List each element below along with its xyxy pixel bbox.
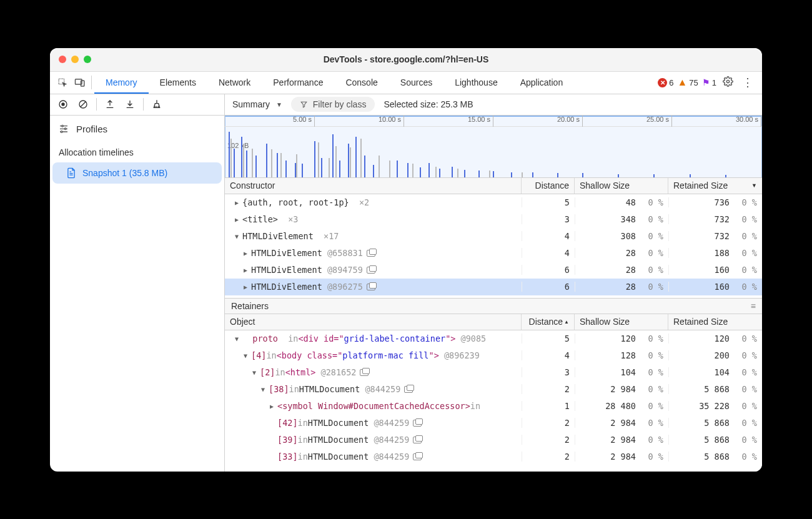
tab-elements[interactable]: Elements bbox=[149, 71, 207, 94]
open-element-icon[interactable] bbox=[413, 453, 422, 460]
open-element-icon[interactable] bbox=[404, 386, 413, 393]
table-row[interactable]: [33] in HTMLDocument @84425922 9840 %5 8… bbox=[225, 448, 762, 465]
table-row[interactable]: ▶<title> ×333480 %7320 % bbox=[225, 211, 762, 228]
main-area: Profiles Allocation timelines Snapshot 1… bbox=[50, 94, 762, 472]
svg-point-13 bbox=[61, 131, 62, 132]
expand-arrow-icon[interactable] bbox=[269, 453, 275, 460]
filter-input[interactable]: Filter by class bbox=[291, 97, 375, 112]
snapshot-file-icon bbox=[66, 167, 76, 179]
retainers-columns: Object Distance▲ Shallow Size Retained S… bbox=[225, 314, 762, 330]
expand-arrow-icon[interactable] bbox=[269, 420, 275, 427]
device-toolbar-icon[interactable] bbox=[71, 74, 89, 91]
open-element-icon[interactable] bbox=[367, 284, 375, 290]
minimize-window-button[interactable] bbox=[71, 56, 79, 63]
open-element-icon[interactable] bbox=[413, 420, 422, 427]
data-tables: Constructor Distance Shallow Size Retain… bbox=[225, 178, 762, 472]
expand-arrow-icon[interactable]: ▼ bbox=[260, 386, 266, 393]
download-icon[interactable] bbox=[122, 96, 138, 112]
warning-icon: ▲ bbox=[677, 77, 687, 88]
table-row[interactable]: ▼HTMLDivElement ×1743080 %7320 % bbox=[225, 228, 762, 245]
col-retained-size[interactable]: Retained Size▼ bbox=[668, 178, 762, 194]
col-retained-2[interactable]: Retained Size bbox=[668, 314, 762, 330]
expand-arrow-icon[interactable]: ▶ bbox=[242, 284, 249, 290]
sliders-icon bbox=[59, 123, 69, 135]
retainers-menu-icon[interactable]: ≡ bbox=[751, 301, 756, 311]
expand-arrow-icon[interactable]: ▶ bbox=[234, 199, 240, 206]
selected-size-label: Selected size: 25.3 MB bbox=[384, 99, 473, 109]
svg-point-9 bbox=[62, 125, 64, 127]
col-shallow-size[interactable]: Shallow Size bbox=[575, 178, 668, 194]
table-row[interactable]: ▶{auth, root, root-1p} ×25480 %7360 % bbox=[225, 194, 762, 211]
expand-arrow-icon[interactable]: ▼ bbox=[234, 335, 240, 342]
main-tabstrip: Memory Elements Network Performance Cons… bbox=[50, 72, 762, 94]
sort-asc-icon: ▲ bbox=[564, 319, 569, 325]
snapshot-label: Snapshot 1 (35.8 MB) bbox=[82, 168, 167, 178]
open-element-icon[interactable] bbox=[413, 437, 422, 443]
table-row[interactable]: ▶HTMLDivElement @8962756280 %1600 % bbox=[225, 279, 762, 295]
table-row[interactable]: [39] in HTMLDocument @84425922 9840 %5 8… bbox=[225, 432, 762, 448]
tabstrip-right: ✕ 6 ▲ 75 ⚑ 1 ⋮ bbox=[658, 76, 758, 89]
expand-arrow-icon[interactable]: ▶ bbox=[269, 403, 275, 410]
profiles-label: Profiles bbox=[76, 124, 107, 134]
tab-memory[interactable]: Memory bbox=[94, 71, 149, 94]
tab-lighthouse[interactable]: Lighthouse bbox=[443, 71, 509, 94]
col-distance[interactable]: Distance bbox=[522, 178, 575, 194]
col-constructor[interactable]: Constructor bbox=[225, 178, 522, 194]
issue-count[interactable]: ⚑ 1 bbox=[702, 77, 716, 87]
settings-icon[interactable] bbox=[720, 76, 736, 89]
tab-application[interactable]: Application bbox=[509, 71, 575, 94]
tab-console[interactable]: Console bbox=[334, 71, 389, 94]
timeline-bars bbox=[225, 127, 762, 177]
table-row[interactable]: ▼[2] in <html> @28165231040 %1040 % bbox=[225, 364, 762, 381]
window-title: DevTools - store.google.com/?hl=en-US bbox=[50, 54, 762, 64]
col-shallow-2[interactable]: Shallow Size bbox=[575, 314, 668, 330]
warning-count[interactable]: ▲ 75 bbox=[677, 77, 698, 88]
tab-network[interactable]: Network bbox=[207, 71, 262, 94]
table-row[interactable]: ▶HTMLDivElement @8947596280 %1600 % bbox=[225, 262, 762, 279]
open-element-icon[interactable] bbox=[367, 250, 375, 257]
more-menu-icon[interactable]: ⋮ bbox=[740, 76, 756, 89]
content-toolbar: Summary ▼ Filter by class Selected size:… bbox=[225, 94, 762, 116]
col-object[interactable]: Object bbox=[225, 314, 522, 330]
view-dropdown[interactable]: Summary ▼ bbox=[232, 99, 282, 109]
tab-sources[interactable]: Sources bbox=[389, 71, 443, 94]
record-button[interactable] bbox=[55, 96, 71, 112]
error-icon: ✕ bbox=[658, 78, 667, 87]
fullscreen-window-button[interactable] bbox=[84, 56, 91, 63]
close-window-button[interactable] bbox=[59, 56, 66, 63]
expand-arrow-icon[interactable]: ▼ bbox=[234, 233, 240, 240]
table-row[interactable]: ▶HTMLDivElement @6588314280 %1880 % bbox=[225, 245, 762, 262]
retainers-grid[interactable]: ▼__proto__ in <div id="grid-label-contai… bbox=[225, 330, 762, 472]
table-row[interactable]: ▶<symbol Window#DocumentCachedAccessor> … bbox=[225, 398, 762, 415]
table-row[interactable]: ▼[38] in HTMLDocument @84425922 9840 %5 … bbox=[225, 381, 762, 398]
clear-button[interactable] bbox=[75, 96, 91, 112]
expand-arrow-icon[interactable]: ▶ bbox=[242, 267, 249, 274]
snapshot-item[interactable]: Snapshot 1 (35.8 MB) bbox=[52, 162, 222, 184]
expand-arrow-icon[interactable]: ▼ bbox=[242, 352, 249, 359]
allocation-timeline-chart[interactable]: 5.00 s10.00 s15.00 s20.00 s25.00 s30.00 … bbox=[225, 116, 762, 178]
table-row[interactable]: ▼__proto__ in <div id="grid-label-contai… bbox=[225, 330, 762, 347]
expand-arrow-icon[interactable] bbox=[269, 437, 275, 443]
timeline-ruler: 5.00 s10.00 s15.00 s20.00 s25.00 s30.00 … bbox=[225, 116, 762, 127]
sidebar: Profiles Allocation timelines Snapshot 1… bbox=[50, 94, 225, 472]
open-element-icon[interactable] bbox=[360, 369, 369, 376]
expand-arrow-icon[interactable]: ▼ bbox=[251, 369, 257, 376]
error-count[interactable]: ✕ 6 bbox=[658, 78, 673, 87]
filter-icon bbox=[300, 101, 308, 109]
constructor-header: Constructor Distance Shallow Size Retain… bbox=[225, 178, 762, 194]
panel-tabs: Memory Elements Network Performance Cons… bbox=[94, 71, 574, 94]
col-distance-2[interactable]: Distance▲ bbox=[522, 314, 575, 330]
expand-arrow-icon[interactable]: ▶ bbox=[242, 250, 249, 257]
retainers-title: Retainers bbox=[231, 301, 269, 311]
open-element-icon[interactable] bbox=[367, 267, 375, 274]
svg-line-7 bbox=[81, 102, 86, 107]
table-row[interactable]: ▼[4] in <body class="platform-mac fill">… bbox=[225, 347, 762, 364]
expand-arrow-icon[interactable]: ▶ bbox=[234, 216, 240, 223]
constructor-grid[interactable]: ▶{auth, root, root-1p} ×25480 %7360 %▶<t… bbox=[225, 194, 762, 298]
inspect-element-icon[interactable] bbox=[54, 74, 71, 91]
table-row[interactable]: [42] in HTMLDocument @84425922 9840 %5 8… bbox=[225, 415, 762, 432]
filter-placeholder: Filter by class bbox=[313, 99, 367, 109]
tab-performance[interactable]: Performance bbox=[262, 71, 334, 94]
upload-icon[interactable] bbox=[102, 96, 118, 112]
gc-broom-icon[interactable] bbox=[149, 96, 165, 112]
